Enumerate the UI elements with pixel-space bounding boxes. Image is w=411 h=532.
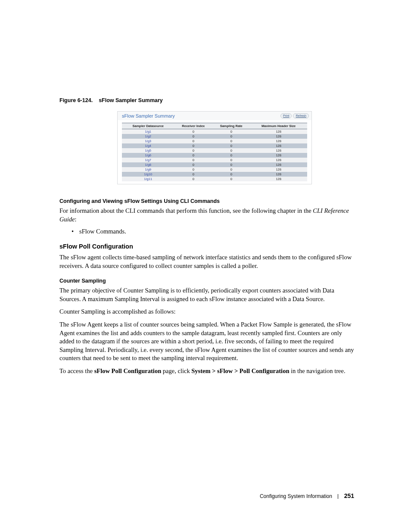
cli-paragraph-lead: For information about the CLI commands t… [59,207,313,214]
table-row: 1/g1000128 [122,172,307,177]
page-footer: Configuring System Information 251 [260,492,354,499]
figure-title: sFlow Sampler Summary [99,97,163,103]
sampler-summary-pane: sFlow Sampler Summary Print Refresh Samp… [117,111,312,184]
pane-header-buttons: Print Refresh [280,113,309,118]
cell-receiver-index: 0 [174,177,212,181]
table-row: 1/g700128 [122,158,307,162]
cell-max-header-size: 128 [250,143,307,148]
sampler-summary-table: Sampler Datasource Receiver Index Sampli… [122,123,307,181]
counter-sampling-para-1: The primary objective of Counter Samplin… [59,286,354,303]
cli-bullet-list: sFlow Commands. [59,228,354,235]
cell-sampling-rate: 0 [212,167,250,172]
cell-max-header-size: 128 [250,148,307,153]
access-paragraph: To access the sFlow Poll Configuration p… [59,367,354,376]
access-pre: To access the [59,367,94,374]
print-button[interactable]: Print [280,113,292,118]
cell-receiver-index: 0 [174,167,212,172]
cell-datasource: 1/g7 [122,158,174,162]
cell-datasource: 1/g8 [122,162,174,167]
cli-paragraph-tail: : [75,216,76,223]
cell-receiver-index: 0 [174,139,212,143]
figure-caption: Figure 6-124.sFlow Sampler Summary [59,97,354,103]
cell-max-header-size: 128 [250,162,307,167]
access-nav-path: System > sFlow > Poll Configuration [191,367,289,374]
footer-section: Configuring System Information [260,493,332,499]
counter-sampling-heading: Counter Sampling [59,278,354,284]
table-row: 1/g300128 [122,139,307,143]
col-max-header-size: Maximum Header Size [250,123,307,129]
cell-receiver-index: 0 [174,172,212,177]
cell-receiver-index: 0 [174,143,212,148]
footer-divider [338,494,338,499]
table-row: 1/g900128 [122,167,307,172]
cell-receiver-index: 0 [174,148,212,153]
refresh-button[interactable]: Refresh [293,113,309,118]
table-row: 1/g500128 [122,148,307,153]
cell-datasource: 1/g9 [122,167,174,172]
cell-receiver-index: 0 [174,134,212,139]
cell-max-header-size: 128 [250,134,307,139]
cell-receiver-index: 0 [174,153,212,158]
cell-datasource: 1/g2 [122,134,174,139]
cell-sampling-rate: 0 [212,177,250,181]
footer-page-number: 251 [344,492,354,499]
poll-config-heading: sFlow Poll Configuration [59,243,354,250]
cell-max-header-size: 128 [250,153,307,158]
table-row: 1/g200128 [122,134,307,139]
cell-sampling-rate: 0 [212,153,250,158]
col-sampling-rate: Sampling Rate [212,123,250,129]
cell-sampling-rate: 0 [212,129,250,134]
cell-sampling-rate: 0 [212,162,250,167]
cell-max-header-size: 128 [250,172,307,177]
cell-sampling-rate: 0 [212,139,250,143]
cell-receiver-index: 0 [174,129,212,134]
cli-bullet-item: sFlow Commands. [79,228,354,235]
cell-sampling-rate: 0 [212,158,250,162]
table-row: 1/g1100128 [122,177,307,181]
cell-sampling-rate: 0 [212,148,250,153]
cli-heading: Configuring and Viewing sFlow Settings U… [59,198,354,204]
cell-receiver-index: 0 [174,162,212,167]
cell-datasource: 1/g11 [122,177,174,181]
access-mid: page, click [161,367,191,374]
pane-title: sFlow Sampler Summary [122,113,175,118]
access-page-name: sFlow Poll Configuration [94,367,161,374]
cell-max-header-size: 128 [250,177,307,181]
cell-max-header-size: 128 [250,158,307,162]
counter-sampling-para-3: The sFlow Agent keeps a list of counter … [59,320,354,363]
table-row: 1/g800128 [122,162,307,167]
pane-header: sFlow Sampler Summary Print Refresh [118,112,311,120]
col-receiver-index: Receiver Index [174,123,212,129]
table-row: 1/g400128 [122,143,307,148]
counter-sampling-para-2: Counter Sampling is accomplished as foll… [59,308,354,316]
col-datasource: Sampler Datasource [122,123,174,129]
poll-config-paragraph: The sFlow agent collects time-based samp… [59,253,354,270]
table-header-row: Sampler Datasource Receiver Index Sampli… [122,123,307,129]
cell-max-header-size: 128 [250,167,307,172]
table-row: 1/g100128 [122,129,307,134]
cell-datasource: 1/g4 [122,143,174,148]
cell-max-header-size: 128 [250,139,307,143]
figure-id: Figure 6-124. [59,97,93,103]
cell-sampling-rate: 0 [212,172,250,177]
cell-datasource: 1/g6 [122,153,174,158]
access-tail: in the navigation tree. [289,367,345,374]
cell-receiver-index: 0 [174,158,212,162]
cell-datasource: 1/g3 [122,139,174,143]
table-row: 1/g600128 [122,153,307,158]
cell-datasource: 1/g5 [122,148,174,153]
cell-datasource: 1/g1 [122,129,174,134]
cell-sampling-rate: 0 [212,134,250,139]
cli-paragraph: For information about the CLI commands t… [59,207,354,224]
cell-sampling-rate: 0 [212,143,250,148]
cell-datasource: 1/g10 [122,172,174,177]
cell-max-header-size: 128 [250,129,307,134]
